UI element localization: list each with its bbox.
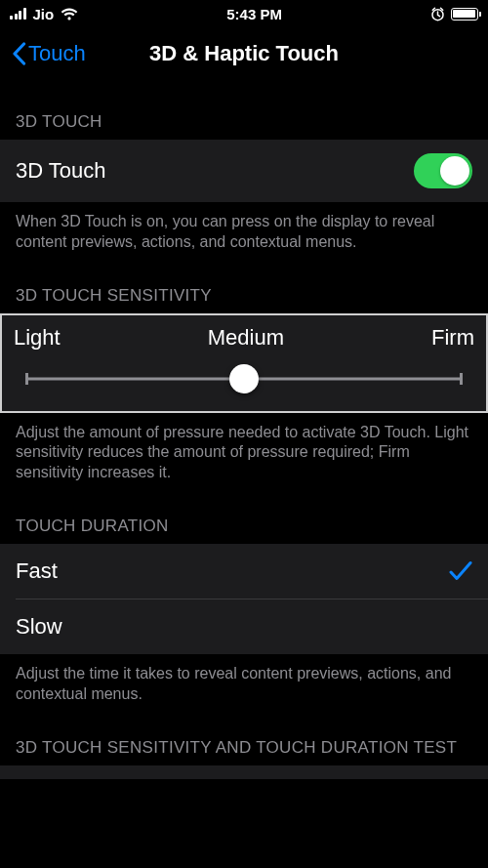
slider-tick-left	[25, 373, 28, 385]
row-3d-touch: 3D Touch	[0, 140, 488, 202]
carrier-label: Jio	[33, 6, 55, 22]
row-duration-slow[interactable]: Slow	[0, 599, 488, 654]
section-header-3d-touch: 3D TOUCH	[0, 79, 488, 140]
status-bar: Jio 5:43 PM	[0, 0, 488, 27]
footer-3d-touch: When 3D Touch is on, you can press on th…	[0, 202, 488, 259]
back-button[interactable]: Touch	[12, 41, 86, 66]
row-duration-fast-label: Fast	[16, 558, 58, 584]
section-header-duration: TOUCH DURATION	[0, 489, 488, 544]
sensitivity-labels: Light Medium Firm	[14, 325, 474, 351]
status-left: Jio	[10, 6, 78, 22]
cellular-signal-icon	[10, 8, 26, 20]
slider-tick-right	[460, 373, 463, 385]
toggle-3d-touch[interactable]	[414, 153, 472, 188]
sensitivity-label-medium: Medium	[208, 325, 284, 351]
footer-duration: Adjust the time it takes to reveal conte…	[0, 654, 488, 711]
sensitivity-slider[interactable]	[25, 366, 463, 392]
section-header-test: 3D TOUCH SENSITIVITY AND TOUCH DURATION …	[0, 711, 488, 765]
battery-icon	[451, 8, 478, 21]
row-3d-touch-label: 3D Touch	[16, 158, 106, 184]
footer-sensitivity: Adjust the amount of pressure needed to …	[0, 413, 488, 489]
wifi-icon	[61, 8, 78, 21]
cell-group-test	[0, 765, 488, 779]
cell-group-duration: Fast Slow	[0, 544, 488, 654]
row-duration-fast[interactable]: Fast	[0, 544, 488, 599]
status-right	[430, 7, 478, 21]
toggle-knob	[440, 156, 469, 186]
sensitivity-label-firm: Firm	[431, 325, 474, 351]
sensitivity-slider-group: Light Medium Firm	[0, 313, 488, 413]
row-duration-slow-label: Slow	[16, 614, 62, 640]
sensitivity-label-light: Light	[14, 325, 61, 351]
slider-thumb[interactable]	[229, 364, 259, 393]
alarm-icon	[430, 7, 445, 21]
nav-bar: Touch 3D & Haptic Touch	[0, 27, 488, 79]
back-label: Touch	[28, 41, 86, 66]
status-time: 5:43 PM	[226, 6, 282, 22]
cell-group-3d-touch: 3D Touch	[0, 140, 488, 202]
checkmark-icon	[449, 560, 472, 582]
chevron-left-icon	[12, 42, 26, 65]
section-header-sensitivity: 3D TOUCH SENSITIVITY	[0, 259, 488, 313]
page-title: 3D & Haptic Touch	[149, 41, 339, 66]
